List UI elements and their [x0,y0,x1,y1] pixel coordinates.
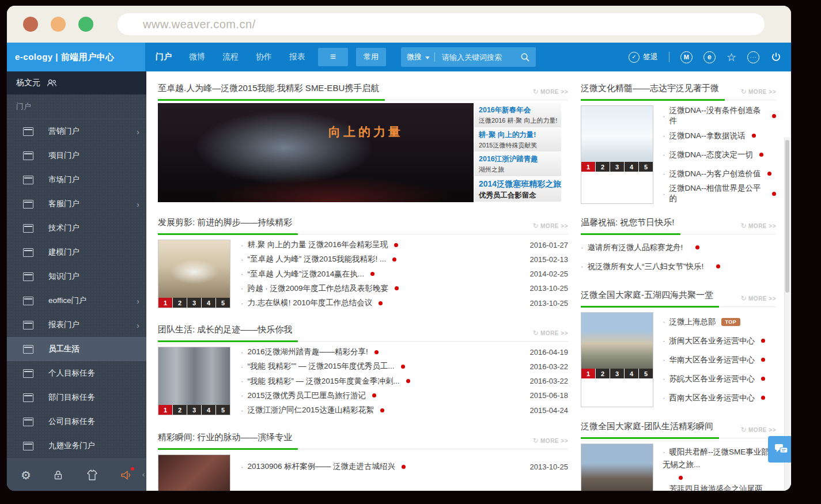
url-bar[interactable]: www.weaver.com.cn/ [118,13,765,35]
nav-collab[interactable]: 协作 [256,52,272,62]
news-item[interactable]: ·“至卓越 人为峰”泛微2014赢在执...2014-02-25 [241,269,568,279]
pager-item[interactable]: 5 [215,298,230,308]
pager-item[interactable]: 1 [581,369,595,378]
pager-item[interactable]: 5 [638,162,653,172]
news-item[interactable]: ·芳菲四月旅游盛会之汕尾两天游 [663,484,776,491]
banner-side-item[interactable]: 耕·聚 向上的力量!2015泛微特殊贡献奖 [474,128,561,153]
favorites-button[interactable]: 常用 [356,48,386,66]
m-badge-icon[interactable]: M [680,51,693,63]
lock-icon[interactable] [52,469,64,481]
news-item[interactable]: ·2016泛微湖州踏青趣——精彩分享!2016-04-19 [241,347,568,357]
team-carousel-thumb[interactable]: 12345 [158,347,230,415]
pager-item[interactable]: 3 [187,405,201,415]
star-icon[interactable]: ☆ [727,52,736,63]
app-logo[interactable]: e-cology | 前端用户中心 [7,43,145,71]
search-scope[interactable]: 微搜 [407,52,422,62]
maximize-window-button[interactable] [78,17,93,32]
sidebar-item-modeling[interactable]: 建模门户 [7,240,146,264]
more-button[interactable]: ↻MORE >> [740,426,776,434]
sidebar-item-personal-goals[interactable]: 个人目标任务 [7,361,146,385]
sidebar-item-jiuchi[interactable]: 九翅业务门户 [7,434,146,458]
chat-button[interactable] [768,436,791,463]
nav-portal[interactable]: 门户 [156,52,172,62]
gear-icon[interactable]: ⚙ [21,469,31,481]
sidebar-item-service[interactable]: 客服门户› [7,192,146,216]
sidebar-item-eoffice[interactable]: eoffice门户› [7,289,146,313]
news-item[interactable]: ·苏皖大区各业务运营中心 [663,369,776,388]
news-item[interactable]: ·泛微DNA--相信世界是公平的 [663,183,776,204]
user-row[interactable]: 杨文元 [7,71,146,94]
news-item[interactable]: ·泛微DNA--没有条件创造条件 [663,105,776,126]
speaker-icon[interactable] [120,469,133,481]
pager-item[interactable]: 2 [595,162,610,172]
search-icon[interactable] [520,52,530,62]
sidebar-item-employee-life[interactable]: 员工生活 [7,337,146,361]
news-item[interactable]: ·泛微DNA--态度决定一切 [663,145,776,164]
nav-weibo[interactable]: 微博 [189,52,205,62]
more-button[interactable]: ↻MORE >> [532,88,568,96]
news-item[interactable]: ·邀请所有泛微人品粽赛龙舟! [581,238,776,257]
pager-item[interactable]: 4 [624,369,638,378]
sidebar-item-report[interactable]: 报表门户› [7,313,146,337]
news-item[interactable]: ·泛微江浙沪同仁2015达蓬山精彩花絮2015-04-24 [241,405,568,415]
e-message-icon[interactable]: e [703,51,716,63]
family-moments-carousel-thumb[interactable]: 12345 [581,444,653,491]
news-item[interactable]: ·跨越 · 泛微2009年度工作总结及表彰晚宴2013-10-25 [241,283,568,294]
news-item[interactable]: ·耕.聚 向上的力量 泛微2016年会精彩呈现2016-01-27 [241,240,568,250]
more-button[interactable]: ↻MORE >> [740,222,776,230]
pager-item[interactable]: 4 [201,405,215,415]
news-item[interactable]: ·西南大区各业务运营中心 [663,388,776,407]
banner-side-item[interactable]: 2016江浙沪踏青趣湖州之旅 [474,152,561,177]
news-item[interactable]: ·浙闽大区各业务运营中心 [663,331,776,350]
power-icon[interactable] [770,51,782,63]
news-item[interactable]: ·20130906 标杆案例—— 泛微走进古城绍兴2013-10-25 [241,461,568,472]
pager-item[interactable]: 3 [610,162,624,172]
pager-item[interactable]: 2 [595,369,610,378]
menu-button[interactable]: ≡ [318,48,348,66]
sidebar-item-tech[interactable]: 技术门户 [7,216,146,240]
more-button[interactable]: ↻MORE >> [740,294,776,302]
offices-carousel-thumb[interactable]: 12345 [581,312,653,407]
news-item[interactable]: ·祝泛微所有女人“三八妇女节”快乐! [581,257,776,276]
news-item[interactable]: ·暖阳共君醉--泛微SME事业部无锡之旅... [663,444,776,484]
news-item[interactable]: ·力.志在纵横! 2010年度工作总结会议2013-10-25 [241,298,568,308]
nav-report[interactable]: 报表 [289,52,305,62]
more-button[interactable]: ↻MORE >> [740,88,776,96]
news-item[interactable]: ·2015泛微优秀员工巴厘岛旅行游记2015-06-18 [241,391,568,401]
culture-carousel-thumb[interactable]: 12345 [581,105,653,204]
more-button[interactable]: ↻MORE >> [532,222,568,230]
pager-item[interactable]: 1 [158,298,172,308]
sidebar-item-knowledge[interactable]: 知识门户 [7,264,146,289]
pager-item[interactable]: 2 [172,298,187,308]
sidebar-item-dept-goals[interactable]: 部门目标任务 [7,385,146,410]
more-options-icon[interactable]: ··· [747,51,759,63]
chevron-down-icon[interactable] [425,56,430,59]
close-window-button[interactable] [23,17,38,32]
more-button[interactable]: ↻MORE >> [532,437,568,445]
more-button[interactable]: ↻MORE >> [532,329,568,337]
sidebar-item-company-goals[interactable]: 公司目标任务 [7,410,146,434]
pager-item[interactable]: 3 [187,298,201,308]
banner-image[interactable]: 向上的力量 [158,103,474,202]
news-item[interactable]: ·华南大区各业务运营中心 [663,350,776,369]
news-item[interactable]: ·泛微DNA--拿数据说话 [663,126,776,145]
news-item[interactable]: ·泛微DNA--为客户创造价值 [663,164,776,183]
pager-item[interactable]: 5 [638,369,653,378]
pager-item[interactable]: 2 [172,405,187,415]
signout-button[interactable]: ✓ 签退 [629,52,658,63]
pager-item[interactable]: 5 [215,405,230,415]
news-item[interactable]: ·“我能 我精彩”” — 泛微2015年度优秀员工...2016-03-22 [241,361,568,372]
pager-item[interactable]: 4 [624,162,638,172]
pager-item[interactable]: 1 [158,405,172,415]
search-input[interactable] [441,52,517,62]
news-item[interactable]: ·“我能 我精彩” — 泛微2015年度黄金季冲刺...2016-03-22 [241,376,568,386]
dev-carousel-thumb[interactable]: 12345 [158,240,230,308]
pager-item[interactable]: 3 [610,369,624,378]
collapse-sidebar-icon[interactable]: ‹ [142,471,145,479]
moments-carousel-thumb[interactable]: 12345 [158,454,230,491]
minimize-window-button[interactable] [51,17,66,32]
news-item[interactable]: ·“至卓越 人为峰” 泛微2015我能我精彩! ...2015-02-13 [241,254,568,264]
pager-item[interactable]: 4 [201,298,215,308]
pager-item[interactable]: 1 [581,162,595,172]
banner-side-item[interactable]: 2014泛微塞班精彩之旅优秀员工合影留念 [474,177,561,202]
